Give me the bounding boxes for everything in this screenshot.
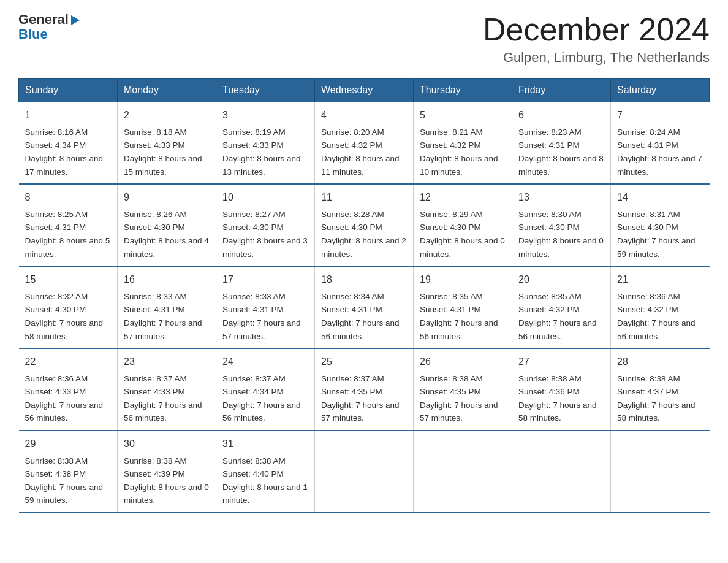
day-number: 11 (321, 190, 407, 205)
sunrise-text: Sunrise: 8:25 AM (25, 210, 88, 219)
sunrise-text: Sunrise: 8:24 AM (617, 128, 680, 137)
calendar-cell: 5Sunrise: 8:21 AMSunset: 4:32 PMDaylight… (414, 102, 512, 184)
calendar-cell: 29Sunrise: 8:38 AMSunset: 4:38 PMDayligh… (19, 431, 118, 513)
day-number: 30 (124, 436, 210, 452)
daylight-text: Daylight: 7 hours and 58 minutes. (617, 400, 696, 423)
calendar-cell: 16Sunrise: 8:33 AMSunset: 4:31 PMDayligh… (118, 266, 216, 348)
calendar-cell: 30Sunrise: 8:38 AMSunset: 4:39 PMDayligh… (118, 431, 216, 513)
sunrise-text: Sunrise: 8:18 AM (124, 128, 187, 137)
calendar-body: 1Sunrise: 8:16 AMSunset: 4:34 PMDaylight… (19, 102, 710, 513)
day-number: 5 (420, 107, 506, 123)
calendar-cell: 26Sunrise: 8:38 AMSunset: 4:35 PMDayligh… (414, 348, 512, 431)
daylight-text: Daylight: 8 hours and 4 minutes. (124, 236, 209, 259)
calendar-cell: 10Sunrise: 8:27 AMSunset: 4:30 PMDayligh… (216, 184, 315, 266)
sunrise-text: Sunrise: 8:38 AM (25, 456, 88, 465)
location-subtitle: Gulpen, Limburg, The Netherlands (483, 50, 710, 66)
sunset-text: Sunset: 4:36 PM (518, 387, 580, 396)
daylight-text: Daylight: 8 hours and 2 minutes. (321, 236, 406, 259)
header-cell-thursday: Thursday (414, 79, 512, 102)
daylight-text: Daylight: 8 hours and 17 minutes. (25, 154, 104, 177)
sunset-text: Sunset: 4:31 PM (25, 223, 86, 232)
sunset-text: Sunset: 4:32 PM (518, 305, 580, 314)
calendar-cell: 11Sunrise: 8:28 AMSunset: 4:30 PMDayligh… (315, 184, 414, 266)
week-row-3: 15Sunrise: 8:32 AMSunset: 4:30 PMDayligh… (19, 266, 710, 348)
sunrise-text: Sunrise: 8:34 AM (321, 292, 384, 301)
day-number: 28 (617, 354, 703, 370)
week-row-4: 22Sunrise: 8:36 AMSunset: 4:33 PMDayligh… (19, 348, 710, 431)
daylight-text: Daylight: 8 hours and 7 minutes. (617, 154, 702, 177)
sunset-text: Sunset: 4:30 PM (25, 305, 86, 314)
sunset-text: Sunset: 4:31 PM (321, 305, 382, 314)
calendar-cell: 23Sunrise: 8:37 AMSunset: 4:33 PMDayligh… (118, 348, 216, 431)
sunset-text: Sunset: 4:30 PM (124, 223, 185, 232)
calendar-cell: 27Sunrise: 8:38 AMSunset: 4:36 PMDayligh… (512, 348, 611, 431)
daylight-text: Daylight: 8 hours and 15 minutes. (124, 154, 202, 177)
daylight-text: Daylight: 7 hours and 56 minutes. (222, 400, 301, 423)
sunrise-text: Sunrise: 8:37 AM (321, 374, 384, 383)
calendar-cell: 25Sunrise: 8:37 AMSunset: 4:35 PMDayligh… (315, 348, 414, 431)
calendar-cell (512, 431, 611, 513)
sunrise-text: Sunrise: 8:30 AM (518, 210, 582, 219)
day-number: 10 (222, 190, 308, 205)
sunrise-text: Sunrise: 8:21 AM (420, 128, 483, 137)
sunrise-text: Sunrise: 8:23 AM (518, 128, 582, 137)
calendar-cell (414, 431, 512, 513)
sunset-text: Sunset: 4:40 PM (222, 469, 284, 478)
sunrise-text: Sunrise: 8:29 AM (420, 210, 483, 219)
calendar-cell: 2Sunrise: 8:18 AMSunset: 4:33 PMDaylight… (118, 102, 216, 184)
day-number: 8 (25, 190, 112, 205)
header-cell-friday: Friday (512, 79, 611, 102)
calendar-cell: 1Sunrise: 8:16 AMSunset: 4:34 PMDaylight… (19, 102, 118, 184)
day-number: 14 (617, 190, 703, 205)
day-number: 6 (518, 107, 604, 123)
calendar-cell: 14Sunrise: 8:31 AMSunset: 4:30 PMDayligh… (611, 184, 710, 266)
sunset-text: Sunset: 4:33 PM (124, 387, 185, 396)
header-cell-saturday: Saturday (611, 79, 710, 102)
sunset-text: Sunset: 4:33 PM (25, 387, 86, 396)
sunrise-text: Sunrise: 8:38 AM (617, 374, 680, 383)
sunrise-text: Sunrise: 8:32 AM (25, 292, 88, 301)
day-number: 3 (222, 107, 308, 123)
daylight-text: Daylight: 8 hours and 5 minutes. (25, 236, 110, 259)
sunrise-text: Sunrise: 8:36 AM (617, 292, 680, 301)
daylight-text: Daylight: 8 hours and 8 minutes. (518, 154, 604, 177)
daylight-text: Daylight: 8 hours and 0 minutes. (420, 236, 505, 259)
day-number: 29 (25, 436, 112, 452)
calendar-cell: 21Sunrise: 8:36 AMSunset: 4:32 PMDayligh… (611, 266, 710, 348)
calendar-cell: 4Sunrise: 8:20 AMSunset: 4:32 PMDaylight… (315, 102, 414, 184)
calendar-cell: 3Sunrise: 8:19 AMSunset: 4:33 PMDaylight… (216, 102, 315, 184)
calendar-cell: 28Sunrise: 8:38 AMSunset: 4:37 PMDayligh… (611, 348, 710, 431)
daylight-text: Daylight: 8 hours and 0 minutes. (124, 483, 209, 505)
sunset-text: Sunset: 4:30 PM (617, 223, 678, 232)
sunset-text: Sunset: 4:33 PM (222, 140, 284, 150)
header-cell-sunday: Sunday (19, 79, 118, 102)
daylight-text: Daylight: 7 hours and 59 minutes. (25, 483, 104, 505)
day-number: 7 (617, 107, 703, 123)
header-row: SundayMondayTuesdayWednesdayThursdayFrid… (19, 79, 710, 102)
calendar-cell: 18Sunrise: 8:34 AMSunset: 4:31 PMDayligh… (315, 266, 414, 348)
daylight-text: Daylight: 7 hours and 56 minutes. (321, 318, 400, 341)
day-number: 23 (124, 354, 210, 370)
daylight-text: Daylight: 8 hours and 3 minutes. (222, 236, 308, 259)
sunrise-text: Sunrise: 8:37 AM (124, 374, 187, 383)
calendar-cell: 19Sunrise: 8:35 AMSunset: 4:31 PMDayligh… (414, 266, 512, 348)
day-number: 20 (518, 272, 604, 288)
day-number: 19 (420, 272, 506, 288)
day-number: 9 (124, 190, 210, 205)
sunset-text: Sunset: 4:31 PM (124, 305, 185, 314)
daylight-text: Daylight: 7 hours and 59 minutes. (617, 236, 696, 259)
daylight-text: Daylight: 7 hours and 57 minutes. (222, 318, 301, 341)
daylight-text: Daylight: 7 hours and 56 minutes. (617, 318, 696, 341)
sunset-text: Sunset: 4:37 PM (617, 387, 678, 396)
sunset-text: Sunset: 4:39 PM (124, 469, 185, 478)
sunrise-text: Sunrise: 8:33 AM (124, 292, 187, 301)
day-number: 21 (617, 272, 703, 288)
day-number: 27 (518, 354, 604, 370)
calendar-cell (611, 431, 710, 513)
daylight-text: Daylight: 7 hours and 58 minutes. (25, 318, 104, 341)
sunset-text: Sunset: 4:30 PM (518, 223, 580, 232)
week-row-1: 1Sunrise: 8:16 AMSunset: 4:34 PMDaylight… (19, 102, 710, 184)
daylight-text: Daylight: 7 hours and 56 minutes. (518, 318, 597, 341)
calendar-cell: 17Sunrise: 8:33 AMSunset: 4:31 PMDayligh… (216, 266, 315, 348)
daylight-text: Daylight: 8 hours and 11 minutes. (321, 154, 400, 177)
